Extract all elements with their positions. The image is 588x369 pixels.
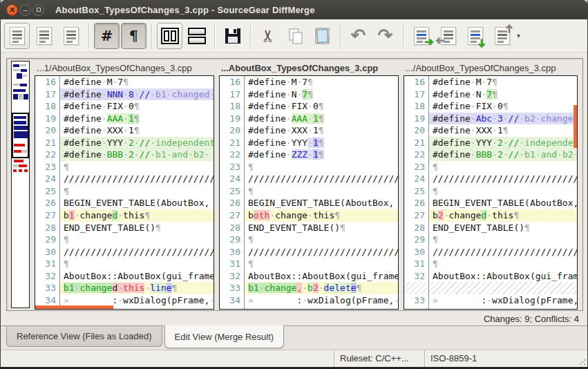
code-line: 32AboutBox::AboutBox(gui_frame xyxy=(220,270,398,283)
clipboard-icon xyxy=(313,26,332,46)
resize-grip[interactable] xyxy=(578,350,587,367)
overview-diff-mark xyxy=(23,75,27,77)
code-line: 29¶ xyxy=(404,234,577,246)
maximize-button[interactable] xyxy=(32,4,44,16)
toggle-line-numbers-button[interactable]: # xyxy=(94,23,120,49)
redo-button[interactable]: ↷ xyxy=(372,23,398,49)
undo-icon: ↶ xyxy=(351,25,366,46)
new-folder-diff-button[interactable] xyxy=(58,23,84,49)
code-line: 30//////////////////////////////////// xyxy=(220,246,398,258)
diffmerge-window: ✕ – AboutBox_TypesOfChanges_3.cpp - Sour… xyxy=(0,0,588,369)
overview-diff-mark xyxy=(13,169,17,172)
code-line: 26BEGIN_EVENT_TABLE(AboutBox, xyxy=(404,197,577,209)
new-file-merge-button[interactable] xyxy=(31,23,57,49)
code-line: 34» :·wxDialog(pFrame,·-1 xyxy=(220,294,398,307)
code-line: 25¶ xyxy=(220,185,398,198)
tab-reference-view[interactable]: Reference View (Files as Loaded) xyxy=(6,326,162,347)
code-line: 22#define·BBB·2·//·b1·and·b2· xyxy=(35,149,214,161)
code-line: 28END_EVENT_TABLE()¶ xyxy=(35,222,214,234)
code-line: 34» » xyxy=(404,306,577,310)
pilcrow-icon: ¶ xyxy=(129,27,138,44)
code-line: 17#define·NNN·8·//·b1·changed·this xyxy=(35,88,214,101)
right-file-panel[interactable]: 16#define·M·7¶17#define·N·7¶18#define·FI… xyxy=(404,75,578,310)
statusbar-message xyxy=(1,350,334,367)
code-line: 18#define·FIX·0¶ xyxy=(220,100,398,113)
code-line: 28END_EVENT_TABLE()¶ xyxy=(404,222,577,234)
copy-button[interactable] xyxy=(283,23,308,49)
toolbar-separator xyxy=(340,23,341,48)
paste-button[interactable] xyxy=(310,23,335,49)
overview-diff-mark xyxy=(13,94,18,100)
scissors-icon: ✂ xyxy=(258,28,278,42)
floppy-disk-icon xyxy=(224,27,242,45)
vertical-scrollbar-thumb[interactable] xyxy=(573,105,577,148)
code-line: 17#define·N·7¶ xyxy=(220,88,398,101)
overview-diff-mark xyxy=(22,150,27,153)
left-file-panel[interactable]: 16#define·M·7¶17#define·NNN·8·//·b1·chan… xyxy=(35,75,214,310)
overview-diff-mark xyxy=(14,126,28,130)
overview-diff-mark xyxy=(14,144,25,146)
changes-conflicts-status: Changes: 9; Conflicts: 4 xyxy=(484,314,579,324)
code-line: 18#define·FIX·0¶ xyxy=(35,100,214,113)
apply-change-up-button[interactable]: ➜ xyxy=(489,23,515,49)
code-line: 29¶ xyxy=(220,234,398,246)
code-line: 32AboutBox::AboutBox(gui_frame xyxy=(404,270,577,283)
horizontal-split-view-button[interactable] xyxy=(184,23,209,49)
code-line: 31¶ xyxy=(404,258,577,270)
overview-diff-mark xyxy=(13,64,19,67)
apply-options-caret[interactable]: ▾ xyxy=(517,32,520,39)
toolbar-separator xyxy=(88,23,89,48)
arrow-down-icon: ➜ xyxy=(475,38,487,48)
apply-change-left-button[interactable]: ➜ xyxy=(435,23,461,49)
code-line: 31¶ xyxy=(35,258,214,270)
left-file-path: ...1/AboutBox_TypesOfChanges_3.cpp xyxy=(35,63,219,73)
diff-overview-strip[interactable] xyxy=(11,61,30,308)
save-button[interactable] xyxy=(220,23,245,49)
code-line: 20#define·XXX·1¶ xyxy=(404,124,577,137)
code-line: 25¶ xyxy=(35,185,214,198)
code-line: 32AboutBox::AboutBox(gui_frame xyxy=(35,270,214,283)
toolbar: # ¶ ✂ xyxy=(1,19,587,53)
panel-headers: ...1/AboutBox_TypesOfChanges_3.cpp ...Ab… xyxy=(35,61,578,75)
code-line: 27both·change·this¶ xyxy=(220,209,398,222)
code-line: 24//////////////////////////////////// xyxy=(404,173,577,185)
code-line: 26BEGIN_EVENT_TABLE(AboutBox, xyxy=(35,197,214,209)
horizontal-scrollbar-thumb[interactable] xyxy=(35,305,113,309)
overview-diff-mark xyxy=(13,89,26,92)
apply-change-down-button[interactable]: ➜ xyxy=(462,23,488,49)
code-line: 23¶ xyxy=(220,161,398,173)
code-line: 24//////////////////////////////////// xyxy=(35,173,214,185)
center-file-panel[interactable]: 16#define·M·7¶17#define·N·7¶18#define·FI… xyxy=(219,75,399,310)
code-line: 31¶ xyxy=(220,258,398,270)
minimize-button[interactable]: – xyxy=(19,4,31,16)
code-line: 23¶ xyxy=(35,161,214,173)
overview-diff-mark xyxy=(13,69,20,71)
overview-diff-mark xyxy=(14,150,21,153)
vertical-split-view-button[interactable] xyxy=(157,23,182,49)
close-button[interactable]: ✕ xyxy=(6,4,18,16)
new-file-diff-button[interactable] xyxy=(4,23,30,49)
overview-diff-mark xyxy=(17,73,22,79)
overview-diff-mark xyxy=(14,121,26,124)
window-title: AboutBox_TypesOfChanges_3.cpp - SourceGe… xyxy=(55,5,315,15)
tab-edit-view[interactable]: Edit View (Merge Result) xyxy=(164,325,285,348)
undo-button[interactable]: ↶ xyxy=(345,23,371,49)
overview-diff-mark xyxy=(24,169,28,172)
code-line: 33» :·wxDialog(pFrame,·-1 xyxy=(404,294,577,307)
code-line: 22#define·ZZZ·1¶ xyxy=(220,149,398,161)
apply-change-right-button[interactable]: ➜ xyxy=(408,23,434,49)
toolbar-separator xyxy=(151,23,152,48)
toggle-whitespace-button[interactable]: ¶ xyxy=(121,23,146,49)
overview-diff-mark xyxy=(13,164,18,167)
code-line: 20#define·XXX·1¶ xyxy=(35,124,214,137)
cut-button[interactable]: ✂ xyxy=(256,23,281,49)
code-line: 19#define·AAA·1¶ xyxy=(220,113,398,125)
code-line: 35» » xyxy=(220,306,398,310)
redo-icon: ↷ xyxy=(378,25,393,46)
titlebar[interactable]: ✕ – AboutBox_TypesOfChanges_3.cpp - Sour… xyxy=(1,0,587,19)
overview-diff-mark xyxy=(14,131,28,138)
overview-diff-mark xyxy=(19,94,23,100)
code-line: 22#define·BBB·2·//·b1·and·b2· xyxy=(404,149,577,161)
statusbar-ruleset: Ruleset: C/C++... xyxy=(334,350,424,367)
code-line: 23¶ xyxy=(404,161,577,173)
